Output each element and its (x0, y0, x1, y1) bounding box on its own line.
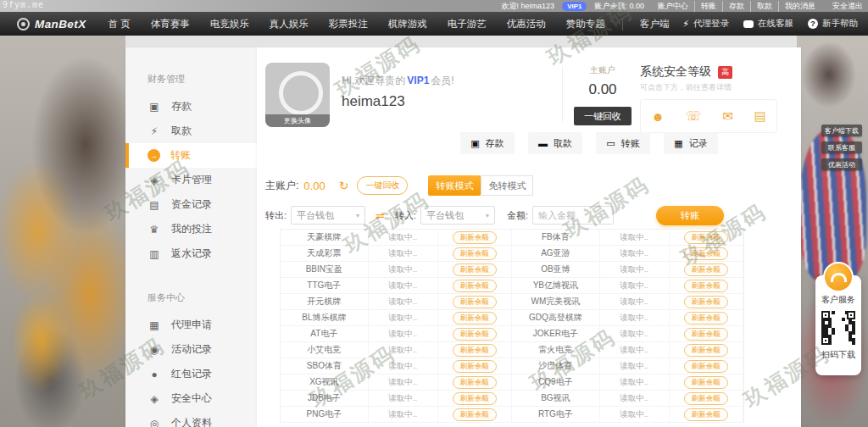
refresh-balance-button[interactable]: 刷新余额 (684, 344, 728, 357)
refresh-balance-button[interactable]: 刷新余额 (684, 312, 728, 324)
refresh-balance-button[interactable]: 刷新余额 (684, 392, 728, 405)
swap-icon[interactable]: ⇌ (376, 209, 385, 222)
refresh-balance-button[interactable]: 刷新余额 (684, 231, 728, 244)
side-tab-1[interactable]: 联系客服 (821, 141, 862, 153)
transfer-out-select[interactable]: 平台钱包▾ (291, 206, 365, 225)
security-icon: ◈ (147, 393, 161, 405)
platform-refresh-cell: 刷新余额 (670, 407, 743, 422)
platform-balance-table: 天豪棋牌读取中..刷新余额FB体育读取中..刷新余额天成彩票读取中..刷新余额A… (280, 229, 744, 423)
sidebar-item-security[interactable]: ◈安全中心 (125, 386, 257, 411)
platform-name: JOKER电子 (512, 326, 600, 341)
welcome-text: 欢迎! heima123 (502, 1, 555, 12)
sidebar-item-card[interactable]: ◈卡片管理 (125, 168, 257, 192)
nav-item-8[interactable]: 赞助专题 (556, 18, 615, 30)
nav-item-4[interactable]: 彩票投注 (319, 18, 378, 30)
side-tab-2[interactable]: 优惠活动 (821, 158, 862, 170)
nav-item-7[interactable]: 优惠活动 (497, 18, 556, 30)
nav-item-6[interactable]: 电子游艺 (437, 18, 497, 30)
platform-refresh-cell: 刷新余额 (438, 230, 512, 245)
sidebar-item-deposit[interactable]: ▣存款 (125, 94, 257, 119)
refresh-balance-button[interactable]: 刷新余额 (453, 360, 497, 373)
refresh-balance-button[interactable]: 刷新余额 (453, 408, 497, 421)
refresh-balance-button[interactable]: 刷新余额 (453, 296, 497, 308)
sidebar-item-bet[interactable]: ♛我的投注 (125, 217, 257, 241)
nav-item-5[interactable]: 棋牌游戏 (378, 18, 437, 30)
record-button[interactable]: ▦记录 (664, 132, 718, 154)
refresh-balance-button[interactable]: 刷新余额 (684, 376, 728, 389)
platform-refresh-cell: 刷新余额 (670, 246, 743, 261)
refresh-balance-button[interactable]: 刷新余额 (453, 376, 497, 389)
avatar[interactable]: 更换头像 (265, 63, 330, 127)
platform-row: 开元棋牌读取中..刷新余额 (281, 294, 512, 310)
refresh-balance-button[interactable]: 刷新余额 (453, 392, 497, 405)
topbar-link-4[interactable]: 我的消息 (778, 1, 821, 12)
platform-balance-loading: 读取中.. (369, 246, 438, 261)
sidebar-item-activity[interactable]: ◉活动记录 (125, 337, 257, 362)
nav-item-1[interactable]: 体育赛事 (141, 18, 200, 30)
refresh-balance-button[interactable]: 刷新余额 (684, 280, 728, 292)
user-icon[interactable]: ☻ (651, 109, 665, 124)
logout-link[interactable]: 安全退出 (832, 1, 863, 12)
refresh-balance-button[interactable]: 刷新余额 (684, 360, 728, 373)
qa-transfer-icon: ▭ (606, 138, 615, 149)
brand-logo[interactable]: ManBetX (17, 18, 86, 30)
refresh-balance-button[interactable]: 刷新余额 (453, 328, 497, 341)
one-key-recycle-pill[interactable]: 一键回收 (357, 176, 408, 195)
customer-service-label: 客户服务 (815, 294, 861, 306)
refresh-icon[interactable]: ↻ (339, 179, 349, 192)
transfer-icon: → (147, 149, 160, 162)
side-tab-0[interactable]: 客户端下载 (821, 125, 862, 136)
bankcard-icon[interactable]: ▤ (754, 108, 765, 124)
refresh-balance-button[interactable]: 刷新余额 (684, 247, 728, 260)
platform-refresh-cell: 刷新余额 (438, 374, 512, 390)
topbar-link-3[interactable]: 取款 (750, 1, 778, 12)
platform-name: YB亿博视讯 (512, 278, 600, 293)
platform-balance-loading: 读取中.. (600, 358, 670, 374)
withdraw-button[interactable]: ▬取款 (528, 132, 582, 154)
refresh-balance-button[interactable]: 刷新余额 (684, 296, 728, 308)
nav-item-9[interactable]: 客户端 (622, 18, 680, 30)
refresh-balance-button[interactable]: 刷新余额 (453, 263, 497, 276)
platform-name: CQ9电子 (512, 374, 600, 390)
transfer-in-select[interactable]: 平台钱包▾ (420, 206, 495, 225)
refresh-balance-button[interactable]: 刷新余额 (684, 328, 728, 341)
refresh-balance-button[interactable]: 刷新余额 (453, 312, 497, 324)
transfer-mode-tab-0[interactable]: 转账模式 (428, 175, 481, 196)
nav-quick-2[interactable]: ?新手帮助 (808, 18, 858, 30)
sidebar-item-transfer[interactable]: →转账 (125, 143, 257, 168)
sidebar-item-redpacket[interactable]: ●红包记录 (125, 362, 257, 386)
nav-item-3[interactable]: 真人娱乐 (259, 18, 319, 30)
mail-icon[interactable]: ✉ (722, 108, 733, 124)
refresh-balance-button[interactable]: 刷新余额 (684, 263, 728, 276)
transfer-submit-button[interactable]: 转账 (656, 206, 724, 225)
refresh-balance-button[interactable]: 刷新余额 (453, 280, 497, 292)
sidebar-item-rebate[interactable]: ▥返水记录 (125, 241, 257, 266)
nav-quick-0[interactable]: ⚡代理登录 (682, 18, 729, 30)
nav-item-0[interactable]: 首 页 (98, 18, 141, 30)
change-avatar-caption[interactable]: 更换头像 (265, 114, 330, 127)
transfer-mode-tab-1[interactable]: 免转模式 (481, 175, 533, 196)
transfer-button[interactable]: ▭转账 (596, 132, 650, 154)
refresh-balance-button[interactable]: 刷新余额 (684, 408, 728, 421)
sidebar-item-withdraw[interactable]: ⚡取款 (125, 119, 257, 143)
topbar-link-0[interactable]: 账户中心 (652, 1, 694, 12)
phone-icon[interactable]: ☏ (686, 108, 702, 124)
deposit-button[interactable]: ▣存款 (460, 132, 515, 154)
refresh-balance-button[interactable]: 刷新余额 (453, 344, 497, 357)
sidebar-item-agent[interactable]: ▦代理申请 (125, 313, 257, 337)
help-icon: ? (808, 19, 818, 29)
topbar-link-2[interactable]: 存款 (722, 1, 750, 12)
nav-quick-1[interactable]: 在线客服 (743, 18, 793, 30)
sidebar-item-profile[interactable]: ◎个人资料 (125, 411, 257, 427)
amount-input[interactable] (532, 206, 614, 225)
one-key-recycle-button[interactable]: 一键回收 (574, 107, 632, 125)
topbar-link-1[interactable]: 转账 (694, 1, 722, 12)
platform-row: 雷火电竞读取中..刷新余额 (512, 342, 743, 358)
platform-row: 小艾电竞读取中..刷新余额 (281, 342, 512, 358)
refresh-balance-button[interactable]: 刷新余额 (453, 231, 497, 244)
refresh-balance-button[interactable]: 刷新余额 (453, 247, 497, 260)
sidebar-item-fund-record[interactable]: ▤资金记录 (125, 192, 257, 217)
nav-item-2[interactable]: 电竞娱乐 (200, 18, 259, 30)
sidebar-item-label: 红包记录 (171, 367, 212, 381)
background-photo-left (0, 36, 125, 427)
